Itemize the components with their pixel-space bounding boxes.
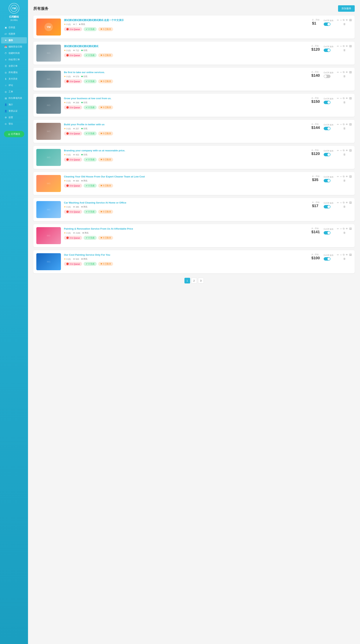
sidebar-item-settings[interactable]: ⚙ 设置	[1, 114, 27, 120]
status-5: 在线	[81, 127, 87, 130]
edit-icon-3[interactable]: ✏	[337, 71, 339, 74]
image-icon-5[interactable]: 🖼	[349, 123, 352, 126]
delete-icon-7[interactable]: 🗑	[343, 179, 346, 182]
add-icon-7[interactable]: +	[340, 175, 342, 178]
page-button-3[interactable]: 3	[198, 278, 204, 284]
image-icon-2[interactable]: 🖼	[349, 45, 352, 48]
sidebar-item-payment-history[interactable]: $ 支付历史	[1, 76, 27, 82]
add-service-button[interactable]: 添加服务	[338, 5, 355, 12]
view-icon-9[interactable]: 👁	[346, 227, 348, 230]
view-icon-10[interactable]: 👁	[346, 254, 348, 256]
view-icon-4[interactable]: 👁	[346, 97, 348, 100]
image-icon-1[interactable]: 🖼	[349, 19, 352, 22]
sidebar-item-services[interactable]: ✦ 服务	[1, 37, 27, 44]
sidebar-item-all-notices[interactable]: ◎ 所有通知	[1, 69, 27, 76]
service-actions-2: ✏ + ⧉ 👁 🖼 🗑	[337, 44, 352, 52]
toggle-switch-7[interactable]	[324, 179, 330, 182]
delete-icon-6[interactable]: 🗑	[343, 153, 346, 156]
image-icon-6[interactable]: 🖼	[349, 149, 352, 152]
add-icon-5[interactable]: +	[340, 123, 342, 126]
toggle-switch-4[interactable]	[324, 101, 330, 104]
copy-icon-8[interactable]: ⧉	[343, 201, 344, 204]
delete-icon-9[interactable]: 🗑	[343, 231, 346, 234]
service-image-5: IMG	[36, 123, 61, 140]
view-icon-1[interactable]: 👁	[346, 19, 348, 22]
copy-icon-3[interactable]: ⧉	[343, 71, 344, 74]
toggle-switch-9[interactable]	[324, 231, 330, 234]
view-icon-3[interactable]: 👁	[346, 71, 348, 74]
sidebar-item-intro[interactable]: 👤 施介	[1, 102, 27, 108]
delete-icon-1[interactable]: 🗑	[343, 23, 346, 26]
image-icon-9[interactable]: 🖼	[349, 227, 352, 230]
edit-icon-8[interactable]: ✏	[337, 201, 339, 204]
add-icon-4[interactable]: +	[340, 97, 342, 100]
sidebar-item-all-orders[interactable]: ☰ 全部订单	[1, 63, 27, 69]
delete-icon-5[interactable]: 🗑	[343, 127, 346, 130]
view-icon-5[interactable]: 👁	[346, 123, 348, 126]
copy-icon-5[interactable]: ⧉	[343, 123, 344, 126]
edit-icon-10[interactable]: ✏	[337, 254, 339, 256]
toggle-switch-1[interactable]	[324, 22, 330, 26]
delete-icon-4[interactable]: 🗑	[343, 101, 346, 104]
sidebar-item-dashboard[interactable]: ▣ 仪表盘	[1, 24, 27, 30]
edit-icon-5[interactable]: ✏	[337, 123, 339, 126]
sidebar-item-verify[interactable]: 👤 资质认证	[1, 108, 27, 114]
add-icon-2[interactable]: +	[340, 45, 342, 48]
page-button-1[interactable]: 1	[185, 278, 190, 284]
view-icon-2[interactable]: 👁	[346, 45, 348, 48]
edit-icon-6[interactable]: ✏	[337, 149, 339, 152]
toggle-switch-8[interactable]	[324, 205, 330, 208]
add-icon-9[interactable]: +	[340, 227, 342, 230]
view-icon-8[interactable]: 👁	[346, 201, 348, 204]
copy-icon-7[interactable]: ⧉	[343, 175, 344, 178]
copy-icon-1[interactable]: ⧉	[343, 18, 344, 22]
copy-icon-2[interactable]: ⧉	[343, 44, 344, 48]
activate-button[interactable]: ◎ 亿币激活	[4, 131, 24, 137]
toggle-switch-2[interactable]	[324, 48, 330, 52]
delete-icon-2[interactable]: 🗑	[343, 49, 346, 52]
toggle-switch-6[interactable]	[324, 153, 330, 156]
image-icon-7[interactable]: 🖼	[349, 175, 352, 178]
toggle-switch-3[interactable]	[324, 75, 330, 78]
page-button-2[interactable]: 2	[191, 278, 197, 284]
view-icon-6[interactable]: 👁	[346, 149, 348, 152]
delete-icon-10[interactable]: 🗑	[343, 257, 346, 260]
cancel-icon: ✖	[100, 54, 102, 56]
add-icon-6[interactable]: +	[340, 149, 342, 152]
sidebar-item-reviews[interactable]: ☆ 评论	[1, 82, 27, 88]
add-icon-1[interactable]: +	[340, 19, 342, 22]
toggle-switch-10[interactable]	[324, 257, 330, 260]
copy-icon-9[interactable]: ⧉	[343, 227, 344, 230]
sidebar-item-create-question[interactable]: ⏱ 创建时间表	[1, 50, 27, 56]
edit-icon-4[interactable]: ✏	[337, 97, 339, 100]
add-icon-8[interactable]: +	[340, 201, 342, 204]
image-icon-3[interactable]: 🖼	[349, 71, 352, 74]
service-info-2: 测试测试测试测试测试测试测试 ★ 0 (0) 👁 712 在线 🔴 0 In Q…	[64, 44, 308, 57]
service-info-7: Cleaning Your Old House From Our Expert …	[64, 175, 309, 188]
copy-icon-4[interactable]: ⧉	[343, 97, 344, 100]
sidebar-item-pending-list[interactable]: ▤ 待办事项列表	[1, 95, 27, 101]
delete-icon-3[interactable]: 🗑	[343, 75, 346, 78]
price-block-8: 从...开始: $17	[312, 201, 320, 208]
toggle-switch-5[interactable]	[324, 127, 330, 130]
copy-icon-10[interactable]: ⧉	[343, 253, 344, 256]
sidebar-item-offers[interactable]: 🏷 优惠券	[1, 31, 27, 37]
sidebar-item-business-hours[interactable]: 📅 编辑营业日期	[1, 44, 27, 50]
image-icon-4[interactable]: 🖼	[349, 97, 352, 100]
delete-icon-8[interactable]: 🗑	[343, 205, 346, 208]
add-icon-3[interactable]: +	[340, 71, 342, 74]
sidebar-item-logout[interactable]: ⊙ 登出	[1, 121, 27, 127]
image-icon-10[interactable]: 🖼	[349, 254, 352, 256]
add-icon-10[interactable]: +	[340, 254, 342, 256]
copy-icon-6[interactable]: ⧉	[343, 149, 344, 152]
image-icon-8[interactable]: 🖼	[349, 201, 352, 204]
edit-icon-2[interactable]: ✏	[337, 45, 339, 48]
queue-icon: 🔴	[66, 263, 69, 265]
sidebar-item-pending-orders[interactable]: ≡ 待处理订单	[1, 56, 27, 63]
edit-icon-7[interactable]: ✏	[337, 175, 339, 178]
price-value-10: $100	[311, 256, 320, 260]
view-icon-7[interactable]: 👁	[346, 175, 348, 178]
edit-icon-1[interactable]: ✏	[337, 19, 339, 22]
sidebar-item-staff[interactable]: ◎ 工单	[1, 89, 27, 95]
edit-icon-9[interactable]: ✏	[337, 227, 339, 230]
